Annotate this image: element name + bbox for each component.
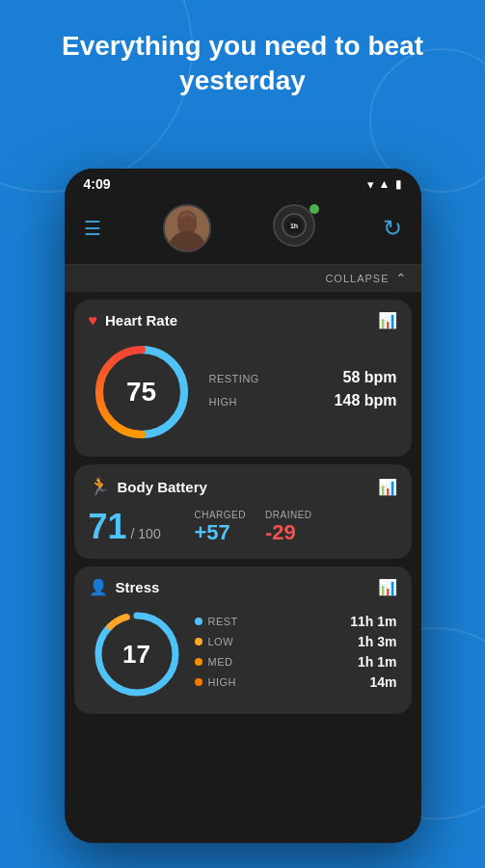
heart-rate-title-group: ♥ Heart Rate [89, 312, 178, 329]
stress-title-group: 👤 Stress [89, 578, 160, 596]
avatar[interactable] [163, 204, 211, 252]
status-icons: ▾ ▲ ▮ [367, 177, 402, 192]
body-battery-card: 🏃 Body Battery 📊 71 / 100 CHARGED +57 DR… [74, 464, 412, 559]
bb-charged-label: CHARGED [195, 510, 247, 520]
bb-charged-value: +57 [195, 520, 230, 545]
bb-value-group: 71 / 100 [89, 507, 195, 547]
bb-stats: CHARGED +57 DRAINED -29 [195, 510, 397, 545]
stress-med-value: 1h 1m [358, 654, 396, 670]
app-header: ☰ 1h ↻ [65, 197, 421, 264]
hero-title: Everything you need to beat yesterday [0, 0, 485, 118]
stress-content: 17 REST 11h 1m LOW 1h 3m [89, 606, 397, 702]
bb-drained-value: -29 [265, 520, 296, 545]
hr-resting-row: RESTING 58 bpm [209, 369, 397, 386]
collapse-label: COLLAPSE [325, 273, 389, 284]
phone-mockup: 4:09 ▾ ▲ ▮ ☰ [65, 169, 421, 843]
stress-rest-value: 11h 1m [350, 614, 396, 629]
hr-high-row: HIGH 148 bpm [209, 392, 397, 409]
menu-icon[interactable]: ☰ [84, 217, 101, 240]
body-battery-card-header: 🏃 Body Battery 📊 [89, 476, 397, 497]
hr-resting-label: RESTING [209, 373, 259, 384]
battery-icon: ▮ [395, 177, 402, 191]
svg-point-2 [171, 236, 202, 250]
stress-card-header: 👤 Stress 📊 [89, 578, 397, 596]
signal-bars-icon: ▲ [379, 177, 391, 191]
status-time: 4:09 [84, 176, 111, 192]
stress-high-label: HIGH [208, 676, 237, 688]
stress-high-dot [195, 678, 202, 686]
stress-rest-dot [195, 618, 202, 625]
stress-rest-label: REST [208, 616, 238, 627]
hr-high-value: 148 bpm [335, 392, 397, 409]
stress-value: 17 [122, 640, 150, 670]
stress-ring-container: 17 [89, 606, 185, 702]
stress-low-value: 1h 3m [358, 634, 396, 649]
stress-med-label: MED [208, 656, 233, 668]
bb-drained-col: DRAINED -29 [265, 510, 312, 545]
watch-connected-dot [310, 204, 319, 214]
hr-current-value: 75 [126, 377, 156, 408]
stress-title: Stress [116, 579, 160, 595]
svg-point-3 [178, 212, 195, 228]
collapse-bar[interactable]: COLLAPSE ⌃ [65, 265, 421, 292]
bb-charged-col: CHARGED +57 [195, 510, 247, 545]
body-battery-content: 71 / 100 CHARGED +57 DRAINED -29 [89, 507, 397, 547]
heart-rate-title: Heart Rate [105, 312, 177, 329]
watch-icon-container[interactable]: 1h [273, 204, 321, 252]
wifi-icon: ▾ [367, 177, 374, 192]
stress-card: 👤 Stress 📊 17 [74, 566, 412, 714]
stress-low-dot [195, 638, 202, 645]
stress-med-row: MED 1h 1m [195, 654, 397, 670]
body-battery-icon: 🏃 [89, 476, 110, 497]
hr-stats: RESTING 58 bpm HIGH 148 bpm [209, 369, 397, 415]
stress-rest-row: REST 11h 1m [195, 614, 397, 629]
stress-stats: REST 11h 1m LOW 1h 3m MED 1h [195, 614, 397, 695]
stress-icon: 👤 [89, 578, 108, 596]
svg-text:1h: 1h [289, 223, 297, 229]
hr-ring-container: 75 [89, 339, 195, 445]
heart-rate-card-header: ♥ Heart Rate 📊 [89, 311, 397, 329]
stress-high-value: 14m [369, 674, 396, 690]
hr-high-label: HIGH [209, 396, 238, 408]
bb-sub-value: / 100 [131, 526, 161, 541]
heart-rate-content: 75 RESTING 58 bpm HIGH 148 bpm [89, 339, 397, 445]
stress-low-label: LOW [208, 636, 234, 647]
heart-rate-card: ♥ Heart Rate 📊 [74, 300, 412, 457]
stress-high-row: HIGH 14m [195, 674, 397, 690]
heart-rate-chart-icon[interactable]: 📊 [378, 311, 397, 329]
stress-med-dot [195, 658, 202, 666]
body-battery-title-group: 🏃 Body Battery [89, 476, 207, 497]
stress-chart-icon[interactable]: 📊 [378, 578, 397, 596]
bb-main-value: 71 [89, 507, 127, 547]
status-bar: 4:09 ▾ ▲ ▮ [65, 169, 421, 197]
stress-low-row: LOW 1h 3m [195, 634, 397, 649]
hr-resting-value: 58 bpm [342, 369, 396, 386]
body-battery-title: Body Battery [118, 479, 207, 495]
bb-drained-label: DRAINED [265, 510, 312, 520]
refresh-icon[interactable]: ↻ [383, 215, 402, 242]
body-battery-chart-icon[interactable]: 📊 [378, 478, 397, 496]
heart-icon: ♥ [89, 312, 98, 329]
collapse-chevron-icon: ⌃ [395, 271, 407, 286]
